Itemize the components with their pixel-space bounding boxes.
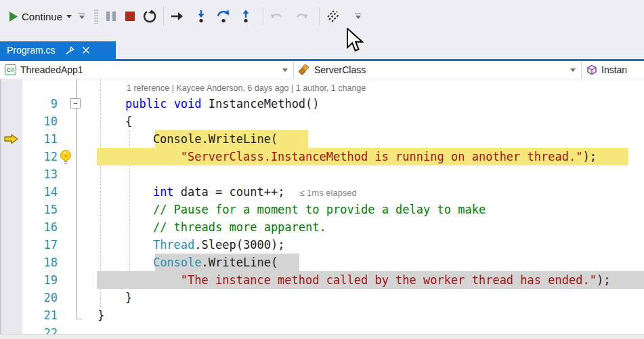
fold-scope-end — [76, 319, 82, 319]
line-number: 20 — [24, 289, 58, 306]
line-number: 16 — [24, 218, 58, 236]
member-dropdown[interactable]: Instan — [582, 61, 644, 79]
undo-button[interactable] — [267, 6, 286, 26]
code-line[interactable]: "The instance method called by the worke… — [98, 271, 610, 289]
step-out-icon — [241, 9, 251, 23]
redo-icon — [295, 12, 308, 21]
code-token: // threads more apparent. — [153, 220, 326, 234]
stop-debugging-button[interactable] — [123, 6, 137, 26]
tab-title: Program.cs — [7, 45, 56, 56]
redo-button[interactable] — [292, 6, 311, 26]
code-token: .WriteLine( — [202, 256, 278, 269]
continue-dropdown-caret[interactable] — [66, 15, 72, 18]
code-line[interactable]: { — [98, 113, 132, 130]
toolbar-drag-grip[interactable] — [94, 9, 98, 24]
type-dropdown[interactable]: ServerClass — [294, 61, 581, 79]
line-number: 13 — [24, 165, 58, 183]
code-line[interactable]: Console.WriteLine( — [98, 130, 278, 148]
step-into-button[interactable] — [194, 6, 209, 26]
code-token: ); — [582, 150, 596, 163]
pin-icon[interactable] — [65, 45, 75, 56]
step-out-button[interactable] — [238, 6, 253, 26]
show-next-statement-button[interactable] — [168, 6, 187, 26]
class-icon — [299, 64, 310, 75]
line-number: 14 — [24, 183, 58, 201]
stop-icon — [125, 12, 135, 21]
code-token: void — [174, 97, 202, 111]
toolbar-options-button[interactable] — [79, 14, 85, 20]
mouse-cursor — [346, 28, 364, 54]
tab-program-cs[interactable]: Program.cs — [0, 41, 116, 59]
editor-navigation-bar: C# ThreadedApp1 ServerClass Instan — [0, 61, 644, 79]
type-dropdown-value: ServerClass — [314, 64, 366, 75]
pause-icon — [106, 12, 116, 21]
code-token: ); — [597, 273, 610, 287]
restart-icon — [143, 9, 156, 23]
code-token: { — [98, 115, 132, 128]
code-token — [98, 150, 181, 163]
line-number: 15 — [24, 201, 58, 218]
code-line[interactable]: Thread.Sleep(3000); — [98, 236, 284, 254]
codelens-info[interactable]: 1 reference | Kaycee Anderson, 6 days ag… — [127, 81, 366, 95]
restart-button[interactable] — [140, 6, 159, 26]
line-number: 21 — [24, 306, 58, 324]
step-over-icon — [217, 9, 230, 23]
code-token: "ServerClass.InstanceMethod is running o… — [181, 150, 583, 163]
code-token — [98, 256, 153, 269]
code-line[interactable]: } — [98, 289, 132, 306]
perftip-elapsed-time[interactable]: ≤ 1ms elapsed — [299, 188, 356, 198]
code-line[interactable]: public void InstanceMethod() — [98, 95, 320, 113]
code-token: .Sleep(3000); — [194, 238, 284, 252]
chevron-down-icon — [570, 68, 576, 72]
breakpoint-gutter[interactable] — [0, 79, 22, 339]
lightbulb-icon[interactable]: ⌁ — [58, 149, 73, 165]
code-token: int — [153, 185, 174, 199]
line-number: 17 — [24, 236, 58, 254]
code-token: InstanceMethod() — [202, 97, 320, 111]
step-over-button[interactable] — [214, 6, 233, 26]
code-line[interactable]: // Pause for a moment to provide a delay… — [98, 201, 486, 218]
code-token: data = count++; — [174, 185, 285, 199]
fold-scope-line — [76, 79, 77, 319]
code-token — [98, 220, 153, 234]
line-number: 9 — [24, 95, 58, 113]
break-all-button[interactable] — [104, 6, 119, 26]
project-dropdown[interactable]: C# ThreadedApp1 — [0, 61, 293, 79]
code-token: "The instance method called by the worke… — [181, 273, 597, 287]
code-token: Console.WriteLine( — [98, 132, 278, 146]
continue-button[interactable]: Continue — [5, 6, 74, 26]
code-line[interactable]: } — [98, 306, 104, 324]
line-number: 12 — [24, 148, 58, 165]
code-editor[interactable]: − 1 reference | Kaycee Anderson, 6 days … — [0, 79, 644, 339]
show-threads-in-source-button[interactable] — [324, 6, 344, 26]
code-token: // Pause for a moment to provide a delay… — [153, 203, 486, 216]
member-dropdown-value: Instan — [601, 64, 627, 75]
undo-icon — [270, 12, 284, 21]
code-token: Thread — [153, 238, 194, 252]
code-line[interactable]: Console.WriteLine( — [98, 254, 278, 271]
code-line[interactable]: // threads more apparent. — [98, 218, 326, 236]
project-dropdown-value: ThreadedApp1 — [20, 64, 83, 75]
code-token: Console — [153, 256, 202, 269]
line-number: 10 — [24, 113, 58, 130]
code-token — [98, 97, 125, 111]
method-icon — [586, 64, 597, 75]
code-line[interactable]: "ServerClass.InstanceMethod is running o… — [98, 148, 597, 165]
code-line[interactable]: int data = count++;≤ 1ms elapsed — [98, 183, 357, 201]
horizontal-scrollbar-area[interactable] — [0, 334, 644, 339]
continue-label: Continue — [22, 11, 62, 22]
code-token — [167, 97, 173, 111]
debug-toolbar: Continue — [0, 0, 644, 41]
line-number: 18 — [24, 254, 58, 271]
step-into-icon — [196, 9, 206, 23]
csharp-project-icon: C# — [5, 64, 16, 75]
line-number: 11 — [24, 130, 58, 148]
fold-collapse-toggle[interactable]: − — [70, 98, 81, 108]
close-icon[interactable] — [82, 46, 90, 54]
document-tab-well: Program.cs — [0, 41, 644, 59]
play-icon — [8, 11, 19, 22]
toolbar-overflow-button[interactable] — [355, 14, 361, 20]
show-next-statement-icon — [171, 11, 184, 22]
line-number: 19 — [24, 271, 58, 289]
code-token — [98, 238, 153, 252]
